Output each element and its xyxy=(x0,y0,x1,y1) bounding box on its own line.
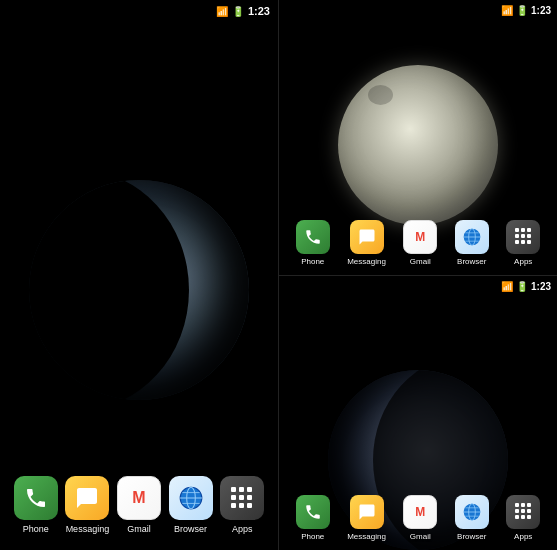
right-bottom-status-bar: 📶 🔋 1:23 xyxy=(279,276,557,296)
rt-dock-browser[interactable]: Browser xyxy=(455,220,489,266)
dock-item-browser[interactable]: Browser xyxy=(169,476,213,534)
rt-phone-icon xyxy=(296,220,330,254)
rb-dock-phone[interactable]: Phone xyxy=(296,495,330,541)
wifi-icon: 📶 xyxy=(216,6,228,17)
rb-dock-gmail[interactable]: M Gmail xyxy=(403,495,437,541)
rb-battery-icon: 🔋 xyxy=(516,281,528,292)
rt-browser-label: Browser xyxy=(457,257,486,266)
rb-dock-apps[interactable]: Apps xyxy=(506,495,540,541)
right-top-panel: 📶 🔋 1:23 Phone xyxy=(279,0,557,275)
rb-gmail-icon: M xyxy=(403,495,437,529)
rb-dock-messaging[interactable]: Messaging xyxy=(347,495,386,541)
moon-crescent xyxy=(29,180,249,400)
dock-item-gmail[interactable]: M Gmail xyxy=(117,476,161,534)
rt-gmail-icon: M xyxy=(403,220,437,254)
rt-gmail-label: Gmail xyxy=(410,257,431,266)
apps-icon xyxy=(220,476,264,520)
browser-label: Browser xyxy=(174,524,207,534)
rt-phone-label: Phone xyxy=(301,257,324,266)
battery-icon: 🔋 xyxy=(232,6,244,17)
rt-dock-phone[interactable]: Phone xyxy=(296,220,330,266)
rt-time: 1:23 xyxy=(531,5,551,16)
dock-item-phone[interactable]: Phone xyxy=(14,476,58,534)
rb-phone-icon xyxy=(296,495,330,529)
rb-time: 1:23 xyxy=(531,281,551,292)
gmail-label: Gmail xyxy=(127,524,151,534)
rt-apps-grid xyxy=(515,228,532,245)
rb-dock-browser[interactable]: Browser xyxy=(455,495,489,541)
right-bottom-panel: 📶 🔋 1:23 Phone xyxy=(279,275,557,550)
left-panel: 📶 🔋 1:23 Phone Messaging xyxy=(0,0,278,550)
rt-dock-messaging[interactable]: Messaging xyxy=(347,220,386,266)
rb-wifi-icon: 📶 xyxy=(501,281,513,292)
rt-messaging-icon xyxy=(350,220,384,254)
phone-icon xyxy=(14,476,58,520)
rt-dock-apps[interactable]: Apps xyxy=(506,220,540,266)
rt-dock-gmail[interactable]: M Gmail xyxy=(403,220,437,266)
rb-apps-icon xyxy=(506,495,540,529)
phone-label: Phone xyxy=(23,524,49,534)
right-panel: 📶 🔋 1:23 Phone xyxy=(278,0,557,550)
rb-apps-label: Apps xyxy=(514,532,532,541)
messaging-label: Messaging xyxy=(66,524,110,534)
rt-wifi-icon: 📶 xyxy=(501,5,513,16)
rb-browser-label: Browser xyxy=(457,532,486,541)
rb-browser-icon xyxy=(455,495,489,529)
gmail-icon: M xyxy=(117,476,161,520)
dock-item-apps[interactable]: Apps xyxy=(220,476,264,534)
left-dock: Phone Messaging M Gmail xyxy=(0,460,278,550)
browser-icon xyxy=(169,476,213,520)
rt-messaging-label: Messaging xyxy=(347,257,386,266)
rt-browser-icon xyxy=(455,220,489,254)
rb-phone-label: Phone xyxy=(301,532,324,541)
right-top-dock: Phone Messaging M Gmail xyxy=(279,210,557,275)
left-status-bar: 📶 🔋 1:23 xyxy=(0,0,278,22)
rt-apps-icon xyxy=(506,220,540,254)
right-top-status-bar: 📶 🔋 1:23 xyxy=(279,0,557,20)
left-time: 1:23 xyxy=(248,5,270,17)
rb-apps-grid xyxy=(515,503,532,520)
dock-item-messaging[interactable]: Messaging xyxy=(65,476,109,534)
moon-full xyxy=(338,65,498,225)
rb-messaging-label: Messaging xyxy=(347,532,386,541)
apps-grid xyxy=(231,487,253,509)
rb-messaging-icon xyxy=(350,495,384,529)
rb-gmail-label: Gmail xyxy=(410,532,431,541)
rt-battery-icon: 🔋 xyxy=(516,5,528,16)
rt-apps-label: Apps xyxy=(514,257,532,266)
messaging-icon xyxy=(65,476,109,520)
apps-label: Apps xyxy=(232,524,253,534)
right-bottom-dock: Phone Messaging M Gmail xyxy=(279,485,557,550)
